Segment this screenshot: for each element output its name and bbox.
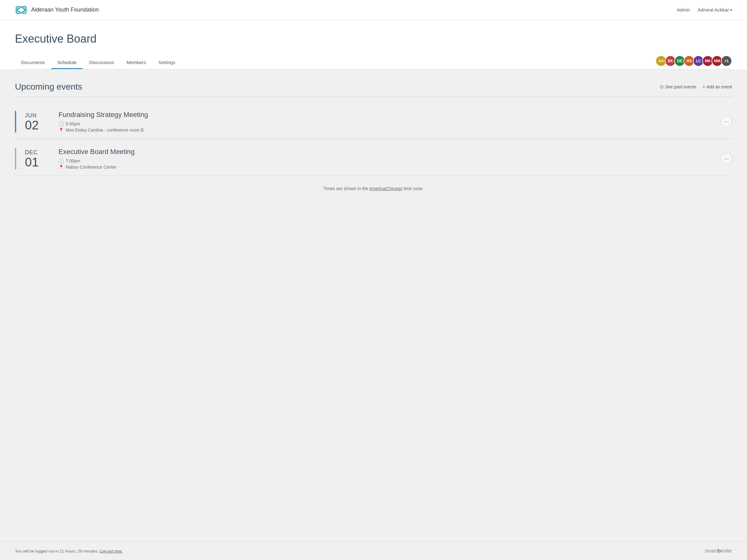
timezone-note: Times are shown in the America/Chicago t… bbox=[15, 186, 732, 191]
logo-area: Alderaan Youth Foundation bbox=[15, 4, 99, 16]
event-menu-button-1[interactable]: ··· bbox=[721, 153, 732, 164]
main-body: Upcoming events ⊙ See past events + Add … bbox=[0, 70, 747, 542]
plus-icon: + bbox=[702, 84, 705, 89]
tab-settings[interactable]: Settings bbox=[152, 56, 181, 69]
clock-icon-0: 🕐 bbox=[58, 121, 64, 126]
location-icon-1: 📍 bbox=[58, 165, 64, 169]
brand-highlight: b bbox=[718, 548, 721, 554]
tab-discussions[interactable]: Discussions bbox=[83, 56, 120, 69]
events-actions: ⊙ See past events + Add an event bbox=[660, 84, 732, 89]
clock-icon: ⊙ bbox=[660, 84, 664, 89]
event-month-1: DEC bbox=[25, 149, 38, 156]
logo-text: Alderaan Youth Foundation bbox=[31, 6, 99, 13]
tab-documents[interactable]: Documents bbox=[15, 56, 51, 69]
brand-pre: board bbox=[705, 548, 718, 554]
see-past-events-button[interactable]: ⊙ See past events bbox=[660, 84, 696, 89]
event-location-1: 📍 Naboo Conference Center bbox=[58, 165, 721, 169]
event-name-1[interactable]: Executive Board Meeting bbox=[58, 148, 721, 156]
page-title: Executive Board bbox=[15, 32, 732, 46]
location-icon-0: 📍 bbox=[58, 128, 64, 133]
event-location-0: 📍 Mos Eisley Cantina - conference room B bbox=[58, 128, 721, 133]
timezone-suffix: time zone. bbox=[403, 186, 423, 191]
clock-icon-1: 🕐 bbox=[58, 158, 64, 163]
chevron-down-icon: ▾ bbox=[730, 8, 732, 12]
member-avatar[interactable]: +1 bbox=[721, 55, 732, 66]
event-card-1: DEC 01 Executive Board Meeting 🕐 7:00pm … bbox=[15, 141, 732, 176]
header-user-menu[interactable]: Admiral Ackbar ▾ bbox=[697, 7, 732, 12]
tab-members[interactable]: Members bbox=[120, 56, 152, 69]
event-date-bar-1 bbox=[15, 148, 16, 169]
event-date-1: DEC 01 bbox=[25, 148, 50, 169]
add-event-button[interactable]: + Add an event bbox=[702, 84, 732, 89]
brand-post: inder bbox=[721, 548, 732, 554]
logout-link[interactable]: Log out now. bbox=[100, 549, 123, 554]
event-month-0: JUN bbox=[25, 112, 37, 119]
event-day-1: 01 bbox=[25, 156, 39, 168]
event-meta-1: 🕐 7:00pm 📍 Naboo Conference Center bbox=[58, 158, 721, 169]
logo-icon bbox=[15, 4, 27, 16]
header-nav: Admin Admiral Ackbar ▾ bbox=[677, 7, 732, 12]
member-avatars: AABKGEHSLCMKMM+1 bbox=[658, 55, 732, 69]
event-details-0: Fundraising Strategy Meeting 🕐 5:00pm 📍 … bbox=[58, 111, 721, 133]
event-meta-0: 🕐 5:00pm 📍 Mos Eisley Cantina - conferen… bbox=[58, 121, 721, 133]
header: Alderaan Youth Foundation Admin Admiral … bbox=[0, 0, 747, 20]
event-time-0: 🕐 5:00pm bbox=[58, 121, 721, 126]
timezone-link[interactable]: America/Chicago bbox=[369, 186, 403, 191]
tabs-bar: Documents Schedule Discussions Members S… bbox=[15, 55, 732, 70]
footer: You will be logged out in 11 hours, 29 m… bbox=[0, 542, 747, 560]
event-name-0[interactable]: Fundraising Strategy Meeting bbox=[58, 111, 721, 119]
events-header: Upcoming events ⊙ See past events + Add … bbox=[15, 82, 732, 97]
event-date-bar-0 bbox=[15, 111, 16, 133]
event-time-1: 🕐 7:00pm bbox=[58, 158, 721, 163]
page-content-area: Executive Board Documents Schedule Discu… bbox=[0, 20, 747, 70]
footer-logout-text: You will be logged out in 11 hours, 29 m… bbox=[15, 549, 123, 554]
event-day-0: 02 bbox=[25, 119, 39, 131]
events-section-title: Upcoming events bbox=[15, 82, 82, 92]
footer-brand: boardbinder bbox=[705, 548, 732, 554]
event-card-0: JUN 02 Fundraising Strategy Meeting 🕐 5:… bbox=[15, 105, 732, 139]
header-username: Admiral Ackbar bbox=[697, 7, 729, 12]
event-menu-button-0[interactable]: ··· bbox=[721, 116, 732, 127]
tab-schedule[interactable]: Schedule bbox=[51, 56, 83, 69]
event-date-0: JUN 02 bbox=[25, 111, 50, 133]
header-admin-link[interactable]: Admin bbox=[677, 7, 690, 12]
timezone-prefix: Times are shown in the bbox=[324, 186, 369, 191]
event-details-1: Executive Board Meeting 🕐 7:00pm 📍 Naboo… bbox=[58, 148, 721, 169]
